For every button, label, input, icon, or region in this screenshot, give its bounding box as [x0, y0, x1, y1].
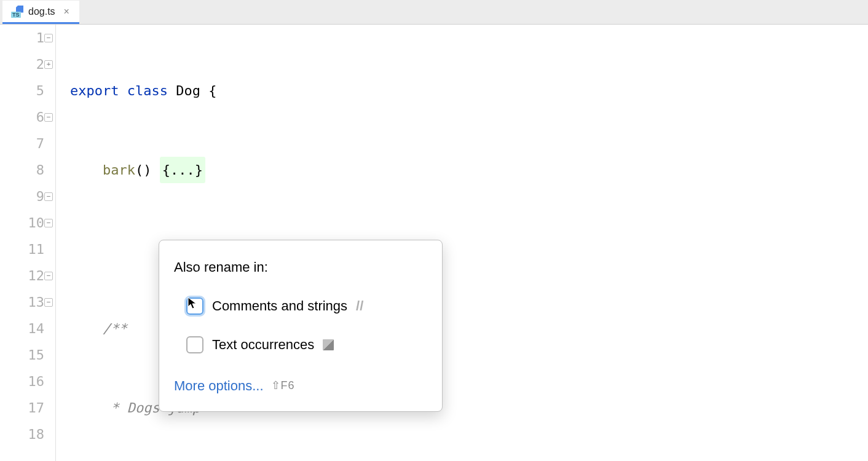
editor-tab[interactable]: TS dog.ts × — [2, 1, 79, 24]
typescript-file-icon: TS — [11, 6, 23, 18]
fold-collapse-icon[interactable]: − — [44, 219, 53, 227]
fold-end-icon[interactable]: − — [44, 272, 53, 280]
tab-bar: TS dog.ts × — [0, 0, 868, 25]
comment: /** — [103, 315, 127, 342]
option-label: Comments and strings — [212, 293, 347, 319]
fold-expand-icon[interactable]: + — [44, 60, 53, 69]
keyword-export: export — [70, 77, 119, 104]
comment-scope-icon: // — [356, 293, 363, 319]
popup-title: Also rename in: — [159, 250, 442, 286]
option-text-occurrences[interactable]: Text occurrences — [159, 325, 442, 364]
folded-code-badge[interactable]: {...} — [160, 157, 205, 183]
keyword-class: class — [127, 77, 168, 104]
checkbox-comments-strings[interactable] — [186, 297, 203, 315]
close-icon[interactable]: × — [63, 6, 71, 17]
code-editor[interactable]: 1− 2+ 5 6− 7 8 9− 10− 11 12− 13− 14 15 1… — [0, 25, 868, 461]
option-comments-strings[interactable]: Comments and strings // — [159, 286, 442, 325]
fold-collapse-icon[interactable]: − — [44, 113, 53, 122]
fold-end-icon[interactable]: − — [44, 192, 53, 201]
method-name: bark — [103, 157, 135, 183]
option-label: Text occurrences — [212, 331, 314, 358]
line-gutter: 1− 2+ 5 6− 7 8 9− 10− 11 12− 13− 14 15 1… — [0, 25, 55, 461]
fold-collapse-icon[interactable]: − — [44, 34, 53, 42]
checkbox-text-occurrences[interactable] — [186, 336, 203, 353]
shortcut-label: ⇧F6 — [271, 372, 295, 399]
rename-options-popup: Also rename in: Comments and strings // … — [159, 240, 443, 412]
class-name: Dog — [176, 77, 200, 104]
text-scope-icon — [323, 339, 334, 350]
tab-filename: dog.ts — [28, 6, 55, 17]
more-options-link[interactable]: More options... — [174, 372, 264, 399]
fold-end-icon[interactable]: − — [44, 298, 53, 307]
